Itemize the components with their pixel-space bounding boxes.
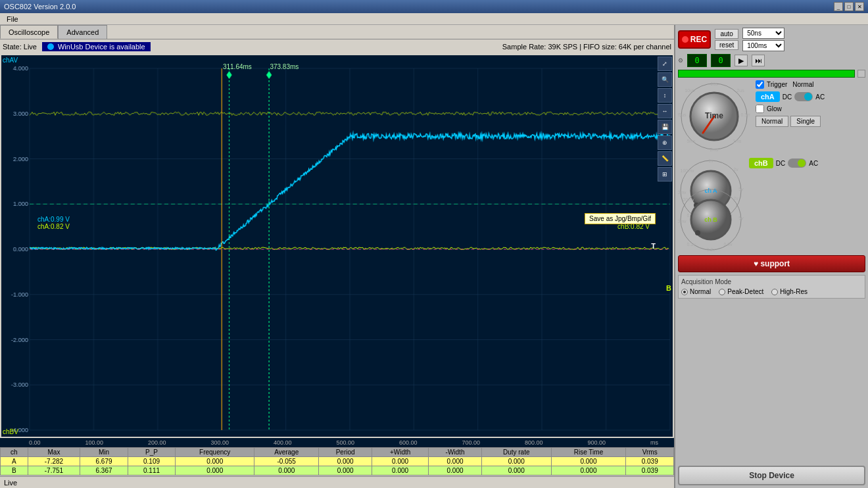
acq-normal[interactable]: Normal: [681, 288, 711, 295]
oscilloscope-panel: Oscilloscope Advanced State: Live WinUsb…: [0, 25, 674, 488]
time-knob-svg: 1us 2us 0.5ms 1ms 2ms 5ms 25us 10us Time: [678, 80, 750, 153]
oscilloscope-display: 311.64ms 373.83ms chAV chBV T B Save as …: [1, 55, 673, 437]
main-content: Oscilloscope Advanced State: Live WinUsb…: [0, 25, 868, 488]
cell-vrms-b: 0.039: [626, 466, 674, 476]
state-indicator: State: Live: [3, 43, 37, 51]
play-button[interactable]: ▶: [735, 55, 748, 66]
acq-peak-detect[interactable]: Peak-Detect: [719, 288, 763, 295]
single-trigger-button[interactable]: Single: [790, 116, 821, 127]
table-row-b: B -7.751 6.367 0.111 0.000 0.000 0.000 0…: [1, 466, 674, 476]
chb-vol-knob-area: 1v 2v 5v 0.5v 0.2v 0.1v 50mv 20mv ch B: [678, 187, 744, 253]
app-title: OSC802 Version 2.0.0: [4, 3, 834, 11]
auto-button[interactable]: auto: [715, 29, 738, 39]
time-select-bottom[interactable]: 100ms50ms10ms1ms: [742, 40, 784, 51]
cell-pwidth-b: 0.000: [372, 466, 429, 476]
col-vrms: Vrms: [626, 448, 674, 457]
cell-avg-a: -0.055: [254, 457, 319, 466]
col-max: Max: [28, 448, 80, 457]
trigger-checkbox[interactable]: [756, 80, 764, 89]
acq-high-res[interactable]: High-Res: [771, 288, 808, 295]
cursor-button[interactable]: ⊕: [658, 135, 672, 150]
cell-max-a: -7.282: [28, 457, 80, 466]
svg-text:ch B: ch B: [704, 216, 717, 223]
save-tooltip[interactable]: Save as Jpg/Bmp/Gif: [585, 213, 656, 224]
cell-pwidth-a: 0.000: [372, 457, 429, 466]
svg-text:5v: 5v: [738, 216, 744, 220]
cha-coupling-toggle[interactable]: [794, 92, 813, 101]
col-duty: Duty rate: [481, 448, 551, 457]
col-period: Period: [319, 448, 372, 457]
svg-text:1us: 1us: [710, 82, 718, 86]
scroll-h-button[interactable]: ↔: [658, 104, 672, 118]
y-axis-label-bottom: chBV: [3, 428, 18, 435]
trigger-label: Trigger: [767, 81, 787, 88]
svg-text:1v: 1v: [708, 187, 713, 192]
cell-min-b: 6.367: [80, 466, 128, 476]
measure-button[interactable]: 📏: [658, 151, 672, 166]
oscilloscope-canvas: [1, 55, 673, 437]
tab-oscilloscope[interactable]: Oscilloscope: [0, 25, 58, 39]
chb-badge[interactable]: chB: [749, 158, 773, 168]
tabs: Oscilloscope Advanced: [0, 25, 674, 39]
zoom-fit-button[interactable]: ⤢: [658, 57, 672, 71]
y-axis-label-top: chAV: [3, 57, 18, 64]
acquisition-title: Acquisition Mode: [681, 278, 862, 285]
stop-device-button[interactable]: Stop Device: [678, 466, 865, 485]
zoom-in-button[interactable]: 🔍: [658, 72, 672, 87]
status-bar: State: Live WinUsb Device is available S…: [0, 39, 674, 54]
counter-left: 0: [687, 54, 707, 67]
sample-rate: Sample Rate: 39K SPS | FIFO size: 64K pe…: [502, 43, 671, 51]
rec-button[interactable]: REC: [678, 30, 711, 49]
grid-button[interactable]: ⊞: [658, 167, 672, 182]
cha-badge[interactable]: chA: [756, 91, 780, 102]
right-panel: REC auto reset 50ns100ns1us10us100us 100…: [674, 25, 868, 488]
close-button[interactable]: ✕: [855, 2, 864, 11]
time-marker-2: 373.83ms: [270, 63, 299, 70]
cell-duty-b: 0.000: [481, 466, 551, 476]
scroll-v-button[interactable]: ↕: [658, 88, 672, 103]
step-button[interactable]: ⏭: [752, 55, 765, 66]
acq-peak-radio[interactable]: [719, 289, 725, 295]
time-knob-area: 1us 2us 0.5ms 1ms 2ms 5ms 25us 10us Time: [678, 80, 750, 153]
tab-advanced[interactable]: Advanced: [58, 25, 107, 39]
glow-label: Glow: [767, 105, 782, 112]
support-button[interactable]: ♥ support: [678, 255, 865, 272]
progress-bar[interactable]: [678, 70, 855, 78]
cell-freq-b: 0.000: [176, 466, 254, 476]
svg-text:5ms: 5ms: [687, 139, 696, 143]
time-select-top[interactable]: 50ns100ns1us10us100us: [742, 28, 784, 39]
cha-dc-label: DC: [783, 93, 792, 101]
trigger-t-marker: T: [651, 242, 656, 250]
menu-bar: File: [0, 13, 868, 25]
acq-highres-radio[interactable]: [771, 289, 778, 295]
cell-freq-a: 0.000: [176, 457, 254, 466]
counter-label: ⚙: [678, 57, 683, 64]
device-status: WinUsb Device is available: [42, 42, 151, 51]
normal-trigger-button[interactable]: Normal: [756, 116, 788, 127]
chb-vol-knob-svg: 1v 2v 5v 0.5v 0.2v 0.1v 50mv 20mv ch B: [678, 187, 744, 253]
svg-text:0.5v: 0.5v: [723, 242, 733, 247]
x-label-1: 100.00: [85, 439, 104, 446]
cha-ac-label: AC: [815, 93, 825, 101]
rec-label: REC: [690, 35, 707, 44]
minimize-button[interactable]: _: [834, 2, 843, 11]
device-dot: [47, 43, 54, 50]
svg-text:20mv: 20mv: [683, 197, 694, 202]
maximize-button[interactable]: □: [844, 2, 854, 11]
acquisition-mode: Acquisition Mode Normal Peak-Detect High…: [678, 275, 865, 299]
glow-checkbox[interactable]: [756, 105, 764, 113]
cell-pp-a: 0.109: [128, 457, 176, 466]
svg-text:1v: 1v: [708, 159, 713, 163]
chb-coupling-toggle[interactable]: [788, 159, 806, 168]
svg-text:2ms: 2ms: [710, 147, 719, 152]
cell-ch-a: A: [1, 457, 28, 466]
reset-button[interactable]: reset: [715, 40, 738, 50]
device-label: WinUsb Device is available: [58, 43, 145, 51]
cha-voltage-1: chA:0.99 V: [37, 216, 70, 223]
x-label-6: 600.00: [399, 439, 418, 446]
acq-normal-radio[interactable]: [681, 289, 688, 295]
col-rise: Rise Time: [551, 448, 626, 457]
menu-file[interactable]: File: [3, 15, 22, 23]
save-button[interactable]: 💾: [658, 120, 672, 134]
bottom-status: Live: [0, 476, 674, 488]
